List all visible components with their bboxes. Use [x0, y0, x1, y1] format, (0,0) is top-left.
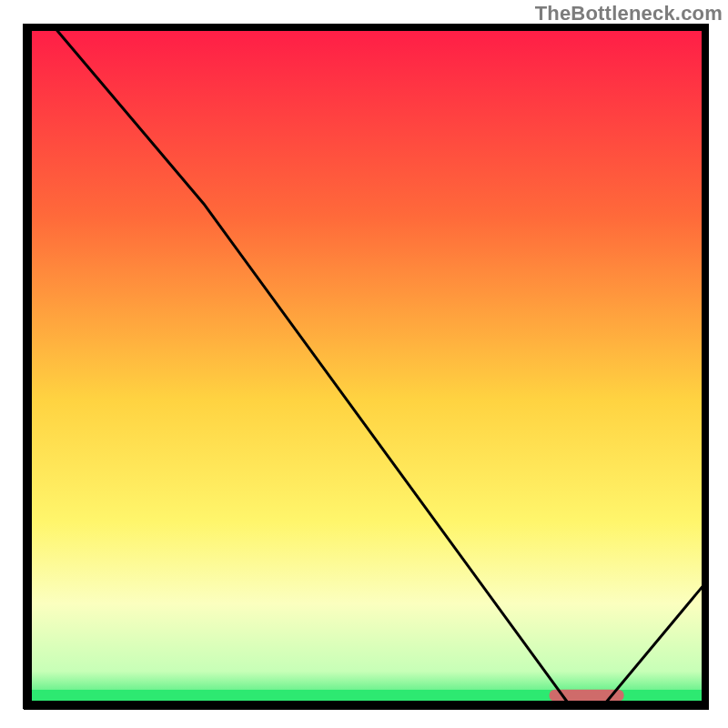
watermark-text: TheBottleneck.com: [535, 2, 723, 25]
bottleneck-chart: [0, 0, 728, 728]
chart-container: TheBottleneck.com: [0, 0, 728, 728]
gradient-background: [27, 27, 705, 705]
